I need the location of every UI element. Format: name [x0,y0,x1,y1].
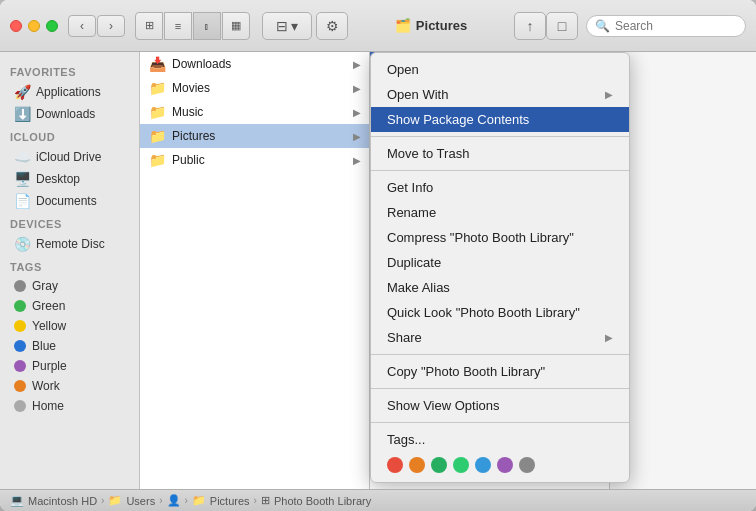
list-item[interactable]: 📁 Pictures ▶ [140,124,369,148]
breadcrumb-users-label: Users [126,495,155,507]
menu-item-label: Make Alias [387,280,450,295]
breadcrumb-separator: › [254,495,257,506]
sidebar-item-tag-gray[interactable]: Gray [4,276,135,296]
sidebar-item-icloud-drive[interactable]: ☁️ iCloud Drive [4,146,135,168]
search-input[interactable] [615,19,737,33]
sidebar-item-tag-purple[interactable]: Purple [4,356,135,376]
tag-green-dot[interactable] [431,457,447,473]
sidebar-item-documents[interactable]: 📄 Documents [4,190,135,212]
menu-item-open[interactable]: Open [371,57,629,82]
file-name: Public [172,153,205,167]
sidebar-item-applications[interactable]: 🚀 Applications [4,81,135,103]
menu-item-copy[interactable]: Copy "Photo Booth Library" [371,359,629,384]
path-button[interactable]: ⊟ ▾ [262,12,312,40]
maximize-button[interactable] [46,20,58,32]
column-view-button[interactable]: ⫾ [193,12,221,40]
menu-item-label: Show View Options [387,398,500,413]
breadcrumb-pictures-label: Pictures [210,495,250,507]
forward-button[interactable]: › [97,15,125,37]
close-button[interactable] [10,20,22,32]
tag-purple-dot[interactable] [497,457,513,473]
tag-gray-dot[interactable] [519,457,535,473]
window-title-icon: 🗂️ [395,18,411,33]
expand-arrow-icon: ▶ [353,155,361,166]
window-title: 🗂️ Pictures [348,18,514,33]
menu-separator [371,354,629,355]
list-item[interactable]: 📁 Movies ▶ [140,76,369,100]
sidebar-item-tag-green[interactable]: Green [4,296,135,316]
search-box[interactable]: 🔍 [586,15,746,37]
sidebar-item-tag-yellow[interactable]: Yellow [4,316,135,336]
file-name: Movies [172,81,210,95]
menu-item-label: Move to Trash [387,146,469,161]
menu-item-label: Copy "Photo Booth Library" [387,364,545,379]
list-item[interactable]: 📥 Downloads ▶ [140,52,369,76]
share-button[interactable]: ↑ [514,12,546,40]
breadcrumb-separator: › [185,495,188,506]
sidebar-item-desktop[interactable]: 🖥️ Desktop [4,168,135,190]
sidebar-item-label: Remote Disc [36,237,105,251]
sidebar-item-remote-disc[interactable]: 💿 Remote Disc [4,233,135,255]
sidebar-item-tag-home[interactable]: Home [4,396,135,416]
tag-bright-green-dot[interactable] [453,457,469,473]
sidebar-item-label: Documents [36,194,97,208]
tag-yellow-dot [14,320,26,332]
menu-item-share[interactable]: Share ▶ [371,325,629,350]
breadcrumb-hd-icon: 💻 [10,494,24,507]
sidebar-item-tag-work[interactable]: Work [4,376,135,396]
menu-separator [371,136,629,137]
list-item[interactable]: 📁 Music ▶ [140,100,369,124]
breadcrumb-separator: › [159,495,162,506]
sidebar-item-tag-blue[interactable]: Blue [4,336,135,356]
folder-icon: 📁 [148,80,166,96]
file-name: Pictures [172,129,215,143]
folder-icon: 📁 [148,152,166,168]
tag-home-dot [14,400,26,412]
submenu-arrow-icon: ▶ [605,89,613,100]
menu-item-open-with[interactable]: Open With ▶ [371,82,629,107]
tag-blue-dot[interactable] [475,457,491,473]
list-item[interactable]: 📁 Public ▶ [140,148,369,172]
tag-purple-label: Purple [32,359,67,373]
menu-item-get-info[interactable]: Get Info [371,175,629,200]
view-mode-buttons: ⊞ ≡ ⫾ ▦ [135,12,250,40]
menu-item-show-view-options[interactable]: Show View Options [371,393,629,418]
tag-red-dot[interactable] [387,457,403,473]
list-view-button[interactable]: ≡ [164,12,192,40]
menu-item-label: Open With [387,87,448,102]
expand-arrow-icon: ▶ [353,131,361,142]
menu-item-duplicate[interactable]: Duplicate [371,250,629,275]
breadcrumb-folder-icon: 📁 [192,494,206,507]
tag-purple-dot [14,360,26,372]
cover-flow-button[interactable]: ▦ [222,12,250,40]
menu-item-compress[interactable]: Compress "Photo Booth Library" [371,225,629,250]
tag-orange-dot[interactable] [409,457,425,473]
menu-item-quick-look[interactable]: Quick Look "Photo Booth Library" [371,300,629,325]
minimize-button[interactable] [28,20,40,32]
menu-item-make-alias[interactable]: Make Alias [371,275,629,300]
action-button[interactable]: ⚙ [316,12,348,40]
file-browser: 📥 Downloads ▶ 📁 Movies ▶ 📁 Music ▶ 📁 Pic… [140,52,756,489]
breadcrumb-folder-icon: 📁 [108,494,122,507]
documents-icon: 📄 [14,193,30,209]
submenu-arrow-icon: ▶ [605,332,613,343]
arrange-button[interactable]: □ [546,12,578,40]
back-button[interactable]: ‹ [68,15,96,37]
desktop-icon: 🖥️ [14,171,30,187]
remote-disc-icon: 💿 [14,236,30,252]
menu-item-move-to-trash[interactable]: Move to Trash [371,141,629,166]
menu-item-label: Share [387,330,422,345]
icon-view-button[interactable]: ⊞ [135,12,163,40]
menu-separator [371,422,629,423]
sidebar-item-label: Downloads [36,107,95,121]
menu-item-tags[interactable]: Tags... [371,427,629,452]
breadcrumb-library-label: Photo Booth Library [274,495,371,507]
tag-green-dot [14,300,26,312]
menu-item-show-package[interactable]: Show Package Contents [371,107,629,132]
context-menu: Open Open With ▶ Show Package Contents M… [370,52,630,483]
file-name: Music [172,105,203,119]
menu-item-rename[interactable]: Rename [371,200,629,225]
sidebar-item-downloads[interactable]: ⬇️ Downloads [4,103,135,125]
folder-icon: 📥 [148,56,166,72]
tags-label: Tags [0,255,139,276]
